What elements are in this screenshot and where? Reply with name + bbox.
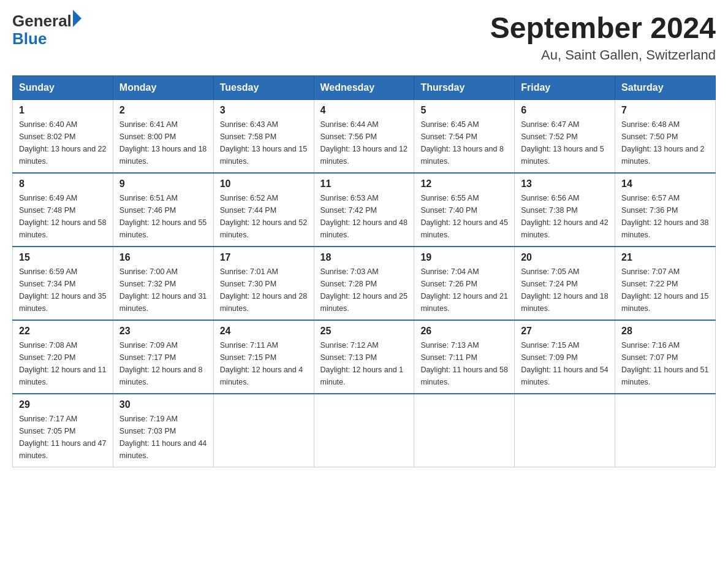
daylight-label: Daylight: 13 hours and 2 minutes. [621, 145, 705, 166]
sunrise-label: Sunrise: 7:01 AM [220, 267, 278, 276]
sunrise-label: Sunrise: 7:04 AM [420, 267, 479, 276]
day-number: 26 [420, 326, 508, 337]
sunset-label: Sunset: 7:34 PM [19, 280, 75, 288]
table-cell [515, 394, 615, 467]
sunrise-label: Sunrise: 6:43 AM [220, 120, 278, 129]
day-info: Sunrise: 6:59 AM Sunset: 7:34 PM Dayligh… [19, 266, 107, 315]
daylight-label: Daylight: 12 hours and 38 minutes. [621, 218, 708, 239]
sunset-label: Sunset: 7:58 PM [220, 132, 276, 141]
table-cell: 10 Sunrise: 6:52 AM Sunset: 7:44 PM Dayl… [213, 173, 314, 247]
table-cell: 26 Sunrise: 7:13 AM Sunset: 7:11 PM Dayl… [414, 320, 515, 394]
day-number: 27 [521, 326, 609, 337]
sunrise-label: Sunrise: 7:19 AM [119, 415, 178, 423]
sunrise-label: Sunrise: 6:59 AM [19, 267, 77, 276]
sunset-label: Sunset: 7:09 PM [521, 353, 577, 362]
table-cell: 21 Sunrise: 7:07 AM Sunset: 7:22 PM Dayl… [615, 247, 716, 320]
day-number: 6 [521, 105, 609, 116]
table-cell: 30 Sunrise: 7:19 AM Sunset: 7:03 PM Dayl… [113, 394, 213, 467]
day-info: Sunrise: 7:16 AM Sunset: 7:07 PM Dayligh… [621, 339, 709, 388]
sunset-label: Sunset: 7:15 PM [220, 353, 276, 362]
day-number: 29 [19, 399, 107, 410]
daylight-label: Daylight: 12 hours and 45 minutes. [420, 218, 507, 239]
day-number: 3 [220, 105, 308, 116]
sunset-label: Sunset: 7:50 PM [621, 132, 678, 141]
sunset-label: Sunset: 7:36 PM [621, 206, 678, 215]
sunset-label: Sunset: 7:22 PM [621, 280, 678, 288]
day-info: Sunrise: 6:40 AM Sunset: 8:02 PM Dayligh… [19, 118, 107, 167]
table-cell: 15 Sunrise: 6:59 AM Sunset: 7:34 PM Dayl… [13, 247, 113, 320]
page-header: General Blue September 2024 Au, Saint Ga… [12, 12, 716, 63]
sunset-label: Sunset: 7:40 PM [420, 206, 477, 215]
table-cell: 23 Sunrise: 7:09 AM Sunset: 7:17 PM Dayl… [113, 320, 213, 394]
table-cell: 16 Sunrise: 7:00 AM Sunset: 7:32 PM Dayl… [113, 247, 213, 320]
daylight-label: Daylight: 11 hours and 54 minutes. [521, 366, 608, 386]
table-cell: 12 Sunrise: 6:55 AM Sunset: 7:40 PM Dayl… [414, 173, 515, 247]
daylight-label: Daylight: 12 hours and 58 minutes. [19, 218, 106, 239]
week-row-4: 22 Sunrise: 7:08 AM Sunset: 7:20 PM Dayl… [13, 320, 716, 394]
daylight-label: Daylight: 12 hours and 18 minutes. [521, 292, 608, 313]
day-info: Sunrise: 6:45 AM Sunset: 7:54 PM Dayligh… [420, 118, 508, 167]
weekday-header-row: Sunday Monday Tuesday Wednesday Thursday… [13, 75, 716, 99]
daylight-label: Daylight: 13 hours and 22 minutes. [19, 145, 106, 166]
day-number: 28 [621, 326, 709, 337]
week-row-1: 1 Sunrise: 6:40 AM Sunset: 8:02 PM Dayli… [13, 99, 716, 173]
header-friday: Friday [515, 75, 615, 99]
table-cell: 9 Sunrise: 6:51 AM Sunset: 7:46 PM Dayli… [113, 173, 213, 247]
sunrise-label: Sunrise: 6:51 AM [119, 194, 178, 202]
sunset-label: Sunset: 7:48 PM [19, 206, 75, 215]
daylight-label: Daylight: 12 hours and 15 minutes. [621, 292, 708, 313]
sunrise-label: Sunrise: 6:47 AM [521, 120, 579, 129]
day-number: 12 [420, 178, 508, 190]
table-cell: 8 Sunrise: 6:49 AM Sunset: 7:48 PM Dayli… [13, 173, 113, 247]
sunset-label: Sunset: 7:52 PM [521, 132, 577, 141]
daylight-label: Daylight: 12 hours and 11 minutes. [19, 366, 106, 386]
table-cell [213, 394, 314, 467]
day-info: Sunrise: 7:12 AM Sunset: 7:13 PM Dayligh… [320, 339, 408, 388]
table-cell: 20 Sunrise: 7:05 AM Sunset: 7:24 PM Dayl… [515, 247, 615, 320]
daylight-label: Daylight: 12 hours and 4 minutes. [220, 366, 303, 386]
day-number: 5 [420, 105, 508, 116]
table-cell: 17 Sunrise: 7:01 AM Sunset: 7:30 PM Dayl… [213, 247, 314, 320]
day-number: 10 [220, 178, 308, 190]
day-number: 25 [320, 326, 408, 337]
day-number: 8 [19, 178, 107, 190]
header-thursday: Thursday [414, 75, 515, 99]
day-info: Sunrise: 6:57 AM Sunset: 7:36 PM Dayligh… [621, 192, 709, 241]
sunrise-label: Sunrise: 7:17 AM [19, 415, 77, 423]
table-cell: 27 Sunrise: 7:15 AM Sunset: 7:09 PM Dayl… [515, 320, 615, 394]
logo-general: General [12, 12, 72, 30]
day-info: Sunrise: 6:53 AM Sunset: 7:42 PM Dayligh… [320, 192, 408, 241]
header-wednesday: Wednesday [314, 75, 414, 99]
sunrise-label: Sunrise: 6:48 AM [621, 120, 680, 129]
title-block: September 2024 Au, Saint Gallen, Switzer… [490, 12, 716, 63]
daylight-label: Daylight: 12 hours and 28 minutes. [220, 292, 307, 313]
sunrise-label: Sunrise: 7:00 AM [119, 267, 178, 276]
sunrise-label: Sunrise: 7:03 AM [320, 267, 379, 276]
calendar-table: Sunday Monday Tuesday Wednesday Thursday… [12, 75, 716, 467]
table-cell: 6 Sunrise: 6:47 AM Sunset: 7:52 PM Dayli… [515, 99, 615, 173]
day-number: 1 [19, 105, 107, 116]
day-info: Sunrise: 7:17 AM Sunset: 7:05 PM Dayligh… [19, 413, 107, 462]
table-cell: 11 Sunrise: 6:53 AM Sunset: 7:42 PM Dayl… [314, 173, 414, 247]
day-info: Sunrise: 6:43 AM Sunset: 7:58 PM Dayligh… [220, 118, 308, 167]
sunset-label: Sunset: 7:26 PM [420, 280, 477, 288]
sunset-label: Sunset: 7:20 PM [19, 353, 75, 362]
daylight-label: Daylight: 12 hours and 1 minute. [320, 366, 404, 386]
table-cell [314, 394, 414, 467]
sunset-label: Sunset: 7:05 PM [19, 427, 75, 435]
sunset-label: Sunset: 7:03 PM [119, 427, 176, 435]
day-info: Sunrise: 7:15 AM Sunset: 7:09 PM Dayligh… [521, 339, 609, 388]
table-cell: 7 Sunrise: 6:48 AM Sunset: 7:50 PM Dayli… [615, 99, 716, 173]
table-cell: 28 Sunrise: 7:16 AM Sunset: 7:07 PM Dayl… [615, 320, 716, 394]
daylight-label: Daylight: 11 hours and 47 minutes. [19, 439, 106, 460]
sunset-label: Sunset: 7:28 PM [320, 280, 377, 288]
header-sunday: Sunday [13, 75, 113, 99]
sunrise-label: Sunrise: 7:05 AM [521, 267, 579, 276]
sunrise-label: Sunrise: 6:53 AM [320, 194, 379, 202]
table-cell [615, 394, 716, 467]
sunrise-label: Sunrise: 7:07 AM [621, 267, 680, 276]
sunset-label: Sunset: 8:02 PM [19, 132, 75, 141]
day-info: Sunrise: 6:55 AM Sunset: 7:40 PM Dayligh… [420, 192, 508, 241]
sunrise-label: Sunrise: 7:13 AM [420, 341, 479, 350]
logo-blue: Blue [12, 30, 82, 48]
